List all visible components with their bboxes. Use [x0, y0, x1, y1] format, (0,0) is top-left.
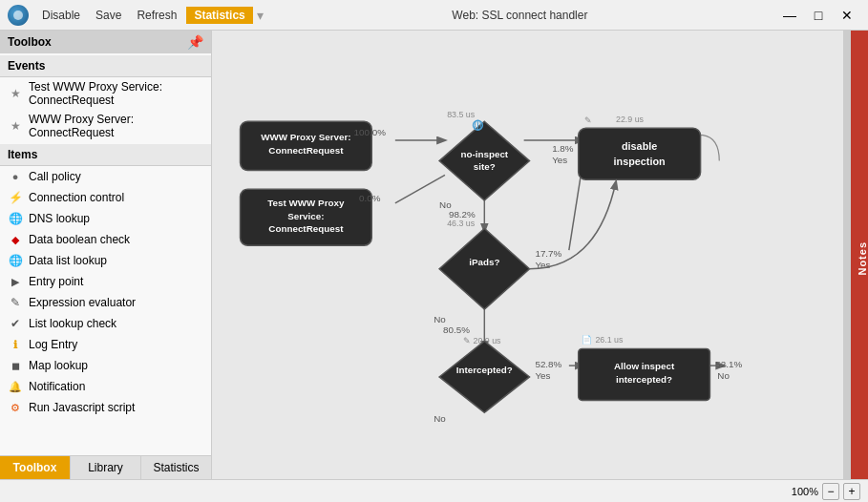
- sidebar-header: Toolbox 📌: [0, 31, 211, 53]
- sidebar-item-data-boolean-check[interactable]: ◆ Data boolean check: [0, 229, 211, 250]
- sidebar-item-connection-control[interactable]: ⚡ Connection control: [0, 187, 211, 208]
- event-label: Test WWW Proxy Service: ConnectRequest: [29, 80, 203, 107]
- svg-text:98.2%: 98.2%: [449, 209, 476, 220]
- sidebar: Toolbox 📌 Events ★ Test WWW Proxy Servic…: [0, 31, 212, 479]
- star-icon: ★: [8, 118, 23, 134]
- sidebar-item-list-lookup-check[interactable]: ✔ List lookup check: [0, 313, 211, 334]
- flow-diagram: WWW Proxy Server: ConnectRequest Test WW…: [212, 31, 851, 479]
- dropdown-arrow[interactable]: ▾: [257, 8, 264, 23]
- disable-button[interactable]: Disable: [36, 7, 86, 24]
- sidebar-title: Toolbox: [8, 35, 52, 49]
- svg-text:iPads?: iPads?: [469, 257, 499, 267]
- zoom-minus-button[interactable]: −: [822, 483, 839, 500]
- svg-text:No: No: [434, 413, 446, 424]
- sidebar-item-entry-point[interactable]: ▶ Entry point: [0, 271, 211, 292]
- pin-icon[interactable]: 📌: [187, 34, 203, 50]
- svg-text:Yes: Yes: [552, 155, 567, 165]
- star-icon: ★: [8, 86, 23, 101]
- notes-label: Notes: [857, 241, 868, 276]
- svg-text:83.5 us: 83.5 us: [447, 110, 476, 119]
- sidebar-item-expression-evaluator[interactable]: ✎ Expression evaluator: [0, 292, 211, 313]
- item-label: Log Entry: [29, 338, 77, 351]
- tab-library[interactable]: Library: [71, 456, 141, 479]
- svg-text:No: No: [434, 314, 446, 324]
- zoom-level: 100%: [792, 486, 818, 497]
- connection-icon: ⚡: [8, 190, 23, 205]
- sidebar-tabs: Toolbox Library Statistics: [0, 455, 211, 479]
- item-label: Notification: [29, 380, 85, 393]
- svg-text:site?: site?: [474, 161, 496, 172]
- tab-toolbox[interactable]: Toolbox: [0, 456, 71, 479]
- js-icon: ⚙: [8, 400, 23, 415]
- close-button[interactable]: ✕: [834, 2, 860, 29]
- item-label: Run Javascript script: [29, 401, 135, 414]
- svg-text:Service:: Service:: [287, 211, 324, 221]
- maximize-button[interactable]: □: [805, 2, 832, 29]
- status-bar: 100% − +: [0, 479, 868, 502]
- svg-text:52.8%: 52.8%: [535, 359, 561, 369]
- app-logo: [8, 5, 29, 26]
- svg-text:100.0%: 100.0%: [354, 127, 387, 137]
- svg-text:WWW Proxy Server:: WWW Proxy Server:: [261, 132, 350, 142]
- data-bool-icon: ◆: [8, 232, 23, 247]
- item-label: Data list lookup: [29, 254, 107, 267]
- svg-text:26.1 us: 26.1 us: [595, 335, 624, 345]
- sidebar-scroll[interactable]: Events ★ Test WWW Proxy Service: Connect…: [0, 53, 211, 455]
- notes-panel[interactable]: Notes: [851, 31, 868, 479]
- sidebar-item-test-www-proxy-service[interactable]: ★ Test WWW Proxy Service: ConnectRequest: [0, 77, 211, 110]
- save-button[interactable]: Save: [90, 7, 127, 24]
- sidebar-item-notification[interactable]: 🔔 Notification: [0, 376, 211, 397]
- svg-text:17.7%: 17.7%: [535, 248, 561, 259]
- svg-text:46.3 us: 46.3 us: [447, 219, 476, 228]
- item-label: Map lookup: [29, 359, 88, 372]
- refresh-button[interactable]: Refresh: [131, 7, 182, 24]
- svg-marker-42: [439, 342, 529, 413]
- sidebar-item-dns-lookup[interactable]: 🌐 DNS lookup: [0, 208, 211, 229]
- main-layout: Toolbox 📌 Events ★ Test WWW Proxy Servic…: [0, 31, 868, 479]
- call-policy-icon: ●: [8, 169, 23, 184]
- svg-text:80.5%: 80.5%: [443, 324, 470, 335]
- canvas-scrollbar[interactable]: [843, 31, 851, 479]
- svg-text:disable: disable: [622, 140, 657, 152]
- sidebar-item-log-entry[interactable]: ℹ Log Entry: [0, 334, 211, 355]
- data-list-icon: 🌐: [8, 253, 23, 268]
- entry-point-icon: ▶: [8, 274, 23, 289]
- items-section-header: Items: [0, 144, 211, 166]
- map-icon: ◼: [8, 358, 23, 373]
- item-label: List lookup check: [29, 317, 116, 330]
- title-bar: Disable Save Refresh Statistics ▾ Web: S…: [0, 0, 868, 31]
- window-controls: — □ ✕: [776, 2, 860, 29]
- svg-text:22.9 us: 22.9 us: [616, 115, 645, 124]
- window-title: Web: SSL connect handler: [267, 9, 773, 22]
- svg-text:📄: 📄: [582, 334, 593, 345]
- svg-text:ConnectRequest: ConnectRequest: [268, 145, 344, 156]
- sidebar-item-map-lookup[interactable]: ◼ Map lookup: [0, 355, 211, 376]
- globe-icon: 🌐: [8, 211, 23, 226]
- svg-text:No: No: [717, 370, 730, 381]
- events-section-header: Events: [0, 55, 211, 77]
- item-label: Call policy: [29, 170, 81, 183]
- sidebar-item-run-javascript[interactable]: ⚙ Run Javascript script: [0, 397, 211, 418]
- item-label: Data boolean check: [29, 233, 130, 246]
- expr-icon: ✎: [8, 295, 23, 310]
- svg-rect-30: [579, 128, 701, 179]
- minimize-button[interactable]: —: [776, 2, 803, 29]
- svg-text:inspection: inspection: [614, 156, 666, 167]
- item-label: Entry point: [29, 275, 83, 288]
- tab-statistics[interactable]: Statistics: [141, 456, 211, 479]
- svg-marker-33: [439, 228, 529, 309]
- svg-text:✎: ✎: [584, 115, 592, 125]
- item-label: DNS lookup: [29, 212, 90, 225]
- svg-text:Intercepted?: Intercepted?: [456, 365, 513, 375]
- statistics-button[interactable]: Statistics: [186, 7, 252, 24]
- zoom-plus-button[interactable]: +: [843, 483, 860, 500]
- svg-text:no-inspect: no-inspect: [460, 149, 508, 159]
- svg-text:52.1%: 52.1%: [715, 359, 742, 369]
- sidebar-item-call-policy[interactable]: ● Call policy: [0, 166, 211, 187]
- svg-text:1.8%: 1.8%: [552, 143, 574, 154]
- canvas-area[interactable]: WWW Proxy Server: ConnectRequest Test WW…: [212, 31, 851, 479]
- list-check-icon: ✔: [8, 316, 23, 331]
- event-label: WWW Proxy Server: ConnectRequest: [29, 113, 203, 139]
- sidebar-item-data-list-lookup[interactable]: 🌐 Data list lookup: [0, 250, 211, 271]
- sidebar-item-www-proxy-server[interactable]: ★ WWW Proxy Server: ConnectRequest: [0, 110, 211, 142]
